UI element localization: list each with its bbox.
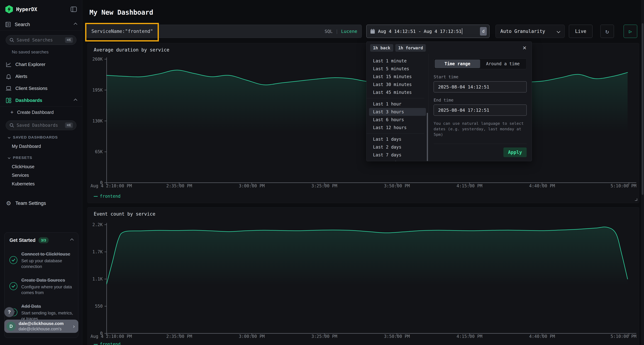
play-button[interactable]: ▷ [624, 25, 637, 38]
step-title: Create Data Sources [21, 277, 73, 283]
scrollbar-thumb[interactable] [642, 23, 644, 195]
svg-text:2:35:00 PM: 2:35:00 PM [166, 334, 192, 339]
search-doc-icon [5, 22, 11, 27]
step-title: Connect to ClickHouse [21, 251, 73, 257]
tab-time-range[interactable]: Time range [435, 59, 480, 68]
tab-around-a-time[interactable]: Around a time [480, 59, 526, 68]
natural-language-hint: You can use natural language to select d… [434, 121, 527, 137]
scrollbar-thumb[interactable] [427, 113, 428, 161]
bell-icon [6, 74, 11, 79]
chart-legend[interactable]: frontend [94, 342, 120, 345]
range-option[interactable]: Last 1 minute [366, 57, 428, 65]
range-option[interactable]: Last 14 days [366, 159, 428, 161]
help-button[interactable]: ? [4, 307, 14, 317]
duration-badge: d [480, 27, 487, 35]
svg-text:550: 550 [95, 304, 103, 309]
shortcut-badge: ⌘K [65, 37, 73, 43]
get-started-step[interactable]: Connect to ClickHouse Set up your databa… [10, 251, 73, 269]
shift-back-button[interactable]: 1h back [370, 44, 393, 52]
relative-range-list: Last 1 minute Last 5 minutes Last 15 min… [366, 54, 428, 161]
range-option[interactable]: Last 12 hours [366, 124, 428, 132]
sidebar-item-label: Alerts [16, 74, 27, 79]
section-presets[interactable]: PRESETS [0, 150, 82, 160]
sidebar-item-kubernetes[interactable]: Kubernetes [0, 179, 82, 188]
time-range-picker: 1h back 1h forward ✕ Last 1 minute Last … [366, 41, 532, 161]
check-circle-icon [10, 282, 17, 290]
saved-dashboards-input[interactable]: Saved Dashboards ⌘K [6, 120, 76, 130]
end-time-input[interactable]: 2025-08-04 17:12:51 [434, 105, 527, 116]
sidebar-item-label: Dashboards [16, 98, 42, 103]
sidebar-item-dashboards[interactable]: Dashboards [0, 94, 82, 106]
chevron-right-icon: › [73, 323, 75, 329]
start-time-input[interactable]: 2025-08-04 14:12:51 [434, 81, 527, 92]
avatar: D [6, 322, 16, 331]
svg-text:Aug 4 2:10:00 PM: Aug 4 2:10:00 PM [90, 334, 132, 339]
picker-mode-tabs: Time range Around a time [434, 58, 527, 69]
create-dashboard-button[interactable]: + Create Dashboard [0, 106, 82, 118]
apply-button[interactable]: Apply [504, 147, 527, 157]
chevron-up-icon[interactable] [70, 239, 74, 242]
time-range-value: Aug 4 14:12:51 - Aug 4 17:12:51 [378, 29, 462, 34]
query-search-input[interactable]: ServiceName:"frontend" SQL | Lucene [86, 25, 362, 38]
svg-text:260K: 260K [92, 57, 103, 62]
no-saved-searches-note: No saved searches [0, 45, 82, 54]
svg-text:130K: 130K [92, 118, 103, 123]
svg-text:3:50:00 PM: 3:50:00 PM [384, 183, 410, 188]
close-icon[interactable]: ✕ [521, 45, 528, 51]
range-option[interactable]: Last 6 hours [366, 116, 428, 124]
end-time-label: End time [434, 98, 527, 102]
gear-icon: ⚙ [5, 200, 12, 207]
svg-text:3:25:00 PM: 3:25:00 PM [312, 334, 338, 339]
svg-text:2.2K: 2.2K [92, 222, 103, 227]
range-option[interactable]: Last 1 hour [366, 100, 428, 108]
team-settings-button[interactable]: ⚙ Team Settings [0, 197, 82, 210]
time-range-input[interactable]: Aug 4 14:12:51 - Aug 4 17:12:51 d [366, 25, 490, 38]
granularity-select[interactable]: Auto Granularity [496, 25, 564, 38]
app-title: HyperDX [16, 6, 37, 12]
divider [366, 133, 424, 134]
hyperdx-logo-icon [5, 5, 13, 13]
get-started-step[interactable]: Create Data Sources Configure where your… [10, 277, 73, 296]
sql-toggle[interactable]: SQL [324, 29, 332, 34]
line-chart[interactable]: 260K195K130K65K0Aug 4 2:10:00 PM2:35:00 … [88, 43, 639, 192]
range-option[interactable]: Last 15 minutes [366, 73, 428, 81]
range-option[interactable]: Last 5 minutes [366, 65, 428, 73]
live-button[interactable]: Live [569, 25, 592, 38]
nav-search-header[interactable]: Search [0, 18, 82, 30]
chevron-down-icon [8, 136, 10, 139]
get-started-step[interactable]: Add Data Start sending logs, metrics, or… [10, 303, 73, 322]
sidebar-item-clickhouse[interactable]: ClickHouse [0, 162, 82, 171]
range-option[interactable]: Last 45 minutes [366, 88, 428, 96]
query-value: ServiceName:"frontend" [92, 28, 153, 34]
range-option[interactable]: Last 30 minutes [366, 81, 428, 88]
refresh-button[interactable]: ↻ [600, 25, 614, 38]
chart-legend[interactable]: frontend [94, 194, 120, 199]
svg-text:3:25:00 PM: 3:25:00 PM [312, 183, 338, 188]
saved-searches-input[interactable]: Saved Searches ⌘K [6, 35, 76, 45]
sidebar-collapse-icon[interactable] [71, 6, 77, 12]
sidebar-item-services[interactable]: Services [0, 171, 82, 179]
get-started-progress-badge: 3/3 [38, 237, 49, 243]
legend-swatch [94, 196, 98, 197]
lucene-toggle[interactable]: Lucene [341, 29, 357, 34]
window-scrollbar[interactable] [641, 0, 644, 345]
range-option[interactable]: Last 1 days [366, 135, 428, 143]
user-menu[interactable]: D dale@clickhouse.com dale@clickhouse.co… [4, 320, 78, 333]
line-chart[interactable]: 2.2K1.7K1.1K5500Aug 4 2:10:00 PM2:35:00 … [88, 207, 639, 345]
shift-forward-button[interactable]: 1h forward [395, 44, 426, 52]
resize-handle-icon[interactable] [634, 198, 637, 201]
range-option[interactable]: Last 7 days [366, 151, 428, 159]
range-option[interactable]: Last 2 days [366, 143, 428, 151]
sidebar-item-chart-explorer[interactable]: Chart Explorer [0, 58, 82, 70]
svg-text:2:35:00 PM: 2:35:00 PM [166, 183, 192, 188]
sidebar-item-my-dashboard[interactable]: My Dashboard [0, 142, 82, 150]
range-option-selected[interactable]: Last 3 hours [369, 108, 426, 116]
sidebar-item-label: Chart Explorer [16, 62, 46, 67]
sidebar-item-alerts[interactable]: Alerts [0, 70, 82, 82]
section-saved-dashboards[interactable]: SAVED DASHBOARDS [0, 130, 82, 139]
section-title: PRESETS [13, 156, 32, 160]
svg-text:Aug 4 2:10:00 PM: Aug 4 2:10:00 PM [90, 183, 132, 188]
toggle-divider: | [336, 29, 338, 34]
step-title: Add Data [21, 303, 73, 310]
sidebar-item-client-sessions[interactable]: Client Sessions [0, 82, 82, 94]
